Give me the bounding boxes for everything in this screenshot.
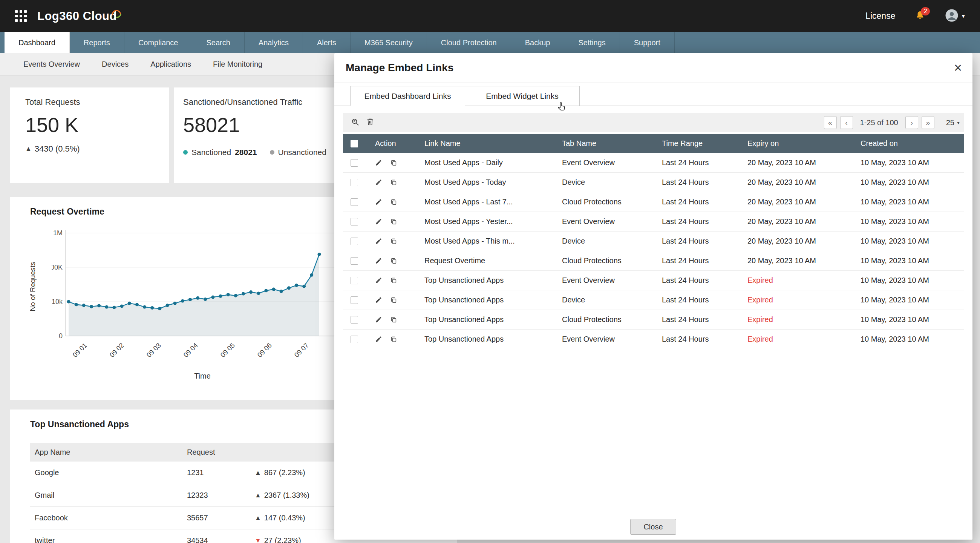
copy-embed-link-icon[interactable] — [390, 159, 397, 166]
table-row: Top Unsanctioned AppsDeviceLast 24 Hours… — [343, 290, 964, 310]
page-size-select[interactable]: 25 ▾ — [946, 118, 959, 127]
stat-label: Total Requests — [25, 97, 169, 107]
subnav-item-devices[interactable]: Devices — [102, 60, 129, 68]
copy-embed-link-icon[interactable] — [390, 277, 397, 284]
copy-embed-link-icon[interactable] — [390, 316, 397, 323]
action-cell — [366, 316, 418, 323]
nav-tab-support[interactable]: Support — [620, 32, 675, 53]
notifications-button[interactable]: 2 — [915, 10, 925, 22]
time-range-cell: Last 24 Hours — [658, 178, 745, 187]
request-cell: 1231 — [181, 468, 245, 477]
delta-text: 147 (0.43%) — [264, 514, 305, 522]
action-cell — [366, 198, 418, 205]
svg-text:09 02: 09 02 — [108, 342, 126, 359]
app-name-cell: Google — [30, 468, 181, 477]
expiry-cell: 20 May, 2023 10 AM — [745, 197, 856, 206]
action-cell — [366, 336, 418, 343]
delete-button[interactable] — [363, 115, 378, 130]
legend-label: Sanctioned — [191, 148, 231, 157]
chart-title: Request Overtime — [30, 207, 104, 217]
tab-name-cell: Device — [558, 296, 658, 304]
copy-embed-link-icon[interactable] — [390, 218, 397, 225]
prev-page-button[interactable]: ‹ — [840, 116, 853, 129]
nav-tab-search[interactable]: Search — [192, 32, 244, 53]
first-page-button[interactable]: « — [824, 116, 837, 129]
row-checkbox[interactable] — [350, 257, 358, 265]
copy-embed-link-icon[interactable] — [390, 257, 397, 264]
license-link[interactable]: License — [865, 11, 895, 21]
nav-tab-compliance[interactable]: Compliance — [124, 32, 192, 53]
nav-tab-backup[interactable]: Backup — [511, 32, 565, 53]
row-check-cell — [343, 336, 366, 343]
subnav-item-applications[interactable]: Applications — [150, 60, 191, 68]
row-check-cell — [343, 179, 366, 186]
unsanctioned-dot-icon — [270, 150, 274, 154]
last-page-button[interactable]: » — [921, 116, 934, 129]
edit-icon[interactable] — [375, 237, 382, 245]
edit-icon[interactable] — [375, 179, 382, 186]
select-all-checkbox[interactable] — [350, 140, 358, 147]
tab-name-cell: Device — [558, 178, 658, 187]
edit-icon[interactable] — [375, 277, 382, 284]
row-checkbox[interactable] — [350, 316, 358, 323]
row-checkbox[interactable] — [350, 159, 358, 167]
created-cell: 10 May, 2023 10 AM — [856, 335, 964, 344]
user-menu-button[interactable]: ▾ — [945, 9, 965, 24]
nav-tab-dashboard[interactable]: Dashboard — [5, 32, 70, 53]
modal-tab-embed-dashboard-links[interactable]: Embed Dashboard Links — [350, 86, 465, 106]
bell-icon — [915, 16, 925, 22]
row-checkbox[interactable] — [350, 277, 358, 284]
table-row: Top Unsanctioned AppsEvent OverviewLast … — [343, 330, 964, 349]
nav-tab-reports[interactable]: Reports — [70, 32, 124, 53]
nav-tab-cloud-protection[interactable]: Cloud Protection — [427, 32, 511, 53]
row-checkbox[interactable] — [350, 296, 358, 304]
app-logo[interactable]: Log360 Cloud — [37, 10, 117, 23]
up-arrow-icon: ▲ — [255, 492, 261, 499]
nav-tab-analytics[interactable]: Analytics — [245, 32, 303, 53]
copy-embed-link-icon[interactable] — [390, 179, 397, 186]
nav-tab-alerts[interactable]: Alerts — [303, 32, 350, 53]
row-checkbox[interactable] — [350, 179, 358, 186]
edit-icon[interactable] — [375, 296, 382, 304]
edit-icon[interactable] — [375, 316, 382, 323]
close-button[interactable]: Close — [630, 519, 676, 535]
table-row: Most Used Apps - TodayDeviceLast 24 Hour… — [343, 173, 964, 192]
action-cell — [366, 277, 418, 284]
modal-tab-embed-widget-links[interactable]: Embed Widget Links — [465, 86, 580, 106]
edit-icon[interactable] — [375, 159, 382, 166]
row-checkbox[interactable] — [350, 237, 358, 245]
row-checkbox[interactable] — [350, 336, 358, 343]
request-cell: 12323 — [181, 491, 245, 500]
manage-embed-links-modal: Manage Embed Links × Embed Dashboard Lin… — [334, 53, 972, 540]
app-launcher-icon[interactable] — [15, 10, 27, 22]
close-icon[interactable]: × — [954, 61, 962, 75]
modal-title: Manage Embed Links — [346, 62, 453, 74]
table-row: Top Unsanctioned AppsEvent OverviewLast … — [343, 271, 964, 290]
subnav-item-events-overview[interactable]: Events Overview — [23, 60, 80, 68]
svg-text:09 05: 09 05 — [219, 342, 236, 359]
chevron-down-icon: ▾ — [961, 12, 965, 20]
edit-icon[interactable] — [375, 336, 382, 343]
row-checkbox[interactable] — [350, 218, 358, 226]
search-button[interactable] — [347, 115, 363, 130]
copy-embed-link-icon[interactable] — [390, 336, 397, 343]
action-cell — [366, 296, 418, 304]
expiry-cell: 20 May, 2023 10 AM — [745, 178, 856, 187]
table-title: Top Unsanctioned Apps — [30, 419, 129, 430]
edit-icon[interactable] — [375, 257, 382, 264]
svg-text:09 04: 09 04 — [182, 342, 199, 359]
copy-embed-link-icon[interactable] — [390, 296, 397, 304]
row-check-cell — [343, 218, 366, 226]
nav-tab-m365-security[interactable]: M365 Security — [350, 32, 427, 53]
edit-icon[interactable] — [375, 198, 382, 205]
action-cell — [366, 159, 418, 166]
nav-tab-settings[interactable]: Settings — [564, 32, 620, 53]
edit-icon[interactable] — [375, 218, 382, 225]
column-header-time-range: Time Range — [658, 139, 745, 148]
next-page-button[interactable]: › — [905, 116, 918, 129]
copy-embed-link-icon[interactable] — [390, 237, 397, 245]
row-checkbox[interactable] — [350, 198, 358, 206]
created-cell: 10 May, 2023 10 AM — [856, 197, 964, 206]
subnav-item-file-monitoring[interactable]: File Monitoring — [213, 60, 262, 68]
copy-embed-link-icon[interactable] — [390, 198, 397, 205]
